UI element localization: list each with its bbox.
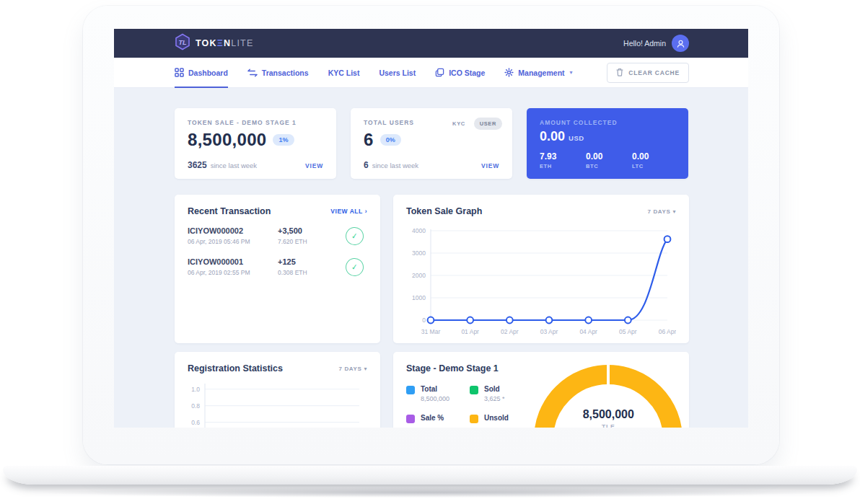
brand-logo[interactable]: TL TOKΞNLITE [175, 33, 253, 53]
stage-legend: Total 8,500,000 Sold 3,625 * [406, 385, 534, 423]
eth-unit: ETH [540, 163, 586, 169]
gauge-gap [607, 364, 610, 386]
svg-text:01 Apr: 01 Apr [461, 328, 479, 335]
gauge-center-unit: TLE [534, 423, 683, 428]
gauge-center-value: 8,500,000 [534, 408, 683, 421]
total-users-delta-caption: since last week [372, 162, 418, 169]
nav-item-management[interactable]: Management ▾ [504, 58, 572, 88]
tx-ref: ICIYOW000002 [188, 226, 278, 235]
nav-item-users-list[interactable]: Users List [379, 58, 416, 88]
person-icon [676, 39, 685, 48]
tx-amount: +3,500 [278, 226, 346, 235]
legend-item-sale-pct: Sale % [406, 414, 470, 423]
view-all-label: VIEW ALL [330, 208, 362, 215]
main-nav: Dashboard Transactions KYC List Users [114, 58, 748, 88]
tx-confirmed-check-icon: ✓ [345, 226, 364, 245]
user-toggle[interactable]: USER [474, 118, 502, 130]
token-sale-percent-badge: 1% [273, 134, 294, 146]
view-all-link[interactable]: VIEW ALL › [330, 208, 367, 215]
transaction-row[interactable]: ICIYOW000001 06 Apr, 2019 02:55 PM +125 … [188, 257, 367, 276]
token-sale-delta: 3625 [188, 160, 207, 170]
avatar[interactable] [672, 35, 689, 52]
brand-part-3: LITE [231, 38, 253, 48]
legend-value: 8,500,000 [421, 395, 449, 402]
tx-amount: +125 [278, 257, 346, 266]
grid-icon [175, 68, 184, 77]
nav-label: Management [518, 68, 564, 77]
legend-value: 3,625 * [484, 395, 505, 402]
nav-item-kyc-list[interactable]: KYC List [328, 58, 360, 88]
nav-label: Dashboard [188, 68, 228, 77]
token-sale-view-link[interactable]: VIEW [305, 162, 323, 169]
amount-usd-value: 0.00 [540, 129, 565, 144]
kyc-toggle[interactable]: KYC [447, 118, 471, 130]
range-dropdown[interactable]: 7 DAYS ▾ [648, 208, 676, 215]
token-sale-graph-title: Token Sale Graph [406, 206, 482, 216]
legend-swatch-unsold [470, 415, 478, 423]
nav-item-ico-stage[interactable]: ICO Stage [435, 58, 485, 88]
total-users-delta: 6 [364, 160, 369, 170]
svg-text:4000: 4000 [412, 227, 426, 234]
nav-label: Users List [379, 68, 416, 77]
chevron-down-icon: ▾ [672, 208, 676, 215]
svg-text:31 Mar: 31 Mar [421, 328, 441, 335]
tx-eth: 0.308 ETH [278, 269, 346, 276]
amount-ltc: 0.00 LTC [632, 151, 678, 169]
legend-item-unsold: Unsold [470, 414, 533, 423]
greeting-text: Hello! Admin [623, 39, 666, 48]
tx-eth: 7.620 ETH [278, 238, 346, 245]
nav-label: Transactions [262, 68, 309, 77]
registration-statistics-card: Registration Statistics 7 DAYS ▾ 1.00.80… [175, 352, 380, 428]
total-users-percent-badge: 0% [380, 134, 401, 146]
amount-btc: 0.00 BTC [586, 151, 632, 169]
nav-item-transactions[interactable]: Transactions [247, 58, 309, 88]
brand-part-1: TOK [196, 38, 217, 48]
amount-usd-unit: USD [569, 134, 584, 142]
svg-text:1.0: 1.0 [191, 386, 200, 393]
ltc-value: 0.00 [632, 151, 678, 162]
tx-confirmed-check-icon: ✓ [345, 257, 364, 276]
app-header: TL TOKΞNLITE Hello! Admin [114, 29, 748, 58]
amount-collected-label: AMOUNT COLLECTED [540, 119, 675, 126]
nav-label: ICO Stage [449, 68, 485, 77]
btc-unit: BTC [586, 163, 632, 169]
transaction-row[interactable]: ICIYOW000002 06 Apr, 2019 05:46 PM +3,50… [188, 226, 367, 245]
tx-date: 06 Apr, 2019 02:55 PM [188, 269, 278, 276]
svg-text:02 Apr: 02 Apr [501, 328, 519, 335]
laptop-base [3, 466, 857, 485]
token-sale-label: TOKEN SALE - DEMO STAGE 1 [188, 119, 323, 126]
legend-swatch-sale-pct [406, 415, 415, 423]
tx-date: 06 Apr, 2019 05:46 PM [188, 238, 278, 245]
svg-text:04 Apr: 04 Apr [579, 328, 597, 335]
total-users-card: TOTAL USERS KYC USER 6 0% 6 since last w… [351, 108, 512, 179]
eth-value: 7.93 [540, 151, 586, 162]
arrow-right-icon: › [365, 208, 367, 215]
stage-title: Stage - Demo Stage 1 [406, 363, 534, 373]
legend-label: Unsold [484, 414, 509, 422]
token-sale-card: TOKEN SALE - DEMO STAGE 1 8,500,000 1% 3… [175, 108, 336, 179]
user-menu[interactable]: Hello! Admin [623, 35, 689, 52]
legend-swatch-total [406, 386, 415, 394]
chevron-down-icon: ▾ [364, 366, 367, 372]
svg-text:TL: TL [179, 39, 187, 46]
brand-hexagon-icon: TL [175, 33, 190, 53]
nav-item-dashboard[interactable]: Dashboard [175, 58, 228, 88]
stage-card: Stage - Demo Stage 1 Total 8,500,000 [393, 352, 689, 428]
ltc-unit: LTC [632, 163, 678, 169]
token-sale-chart: 4000300020001000031 Mar01 Apr02 Apr03 Ap… [393, 216, 689, 342]
laptop-mockup: TL TOKΞNLITE Hello! Admin [0, 0, 860, 504]
clear-cache-button[interactable]: CLEAR CACHE [607, 63, 689, 83]
amount-collected-card: AMOUNT COLLECTED 0.00 USD 7.93 ETH 0.00 … [527, 108, 688, 179]
svg-text:0: 0 [422, 317, 426, 324]
legend-label: Total [421, 385, 449, 393]
btc-value: 0.00 [586, 151, 632, 162]
dashboard-content: TOKEN SALE - DEMO STAGE 1 8,500,000 1% 3… [114, 88, 748, 428]
laptop-base-shadow [43, 487, 817, 498]
range-dropdown[interactable]: 7 DAYS ▾ [339, 366, 367, 372]
stage-gauge: 8,500,000 TLE [534, 365, 679, 428]
brand-part-e: Ξ [217, 38, 224, 48]
svg-text:05 Apr: 05 Apr [619, 328, 637, 335]
total-users-view-link[interactable]: VIEW [481, 162, 499, 169]
svg-text:0.6: 0.6 [191, 419, 200, 426]
legend-label: Sold [484, 385, 505, 393]
